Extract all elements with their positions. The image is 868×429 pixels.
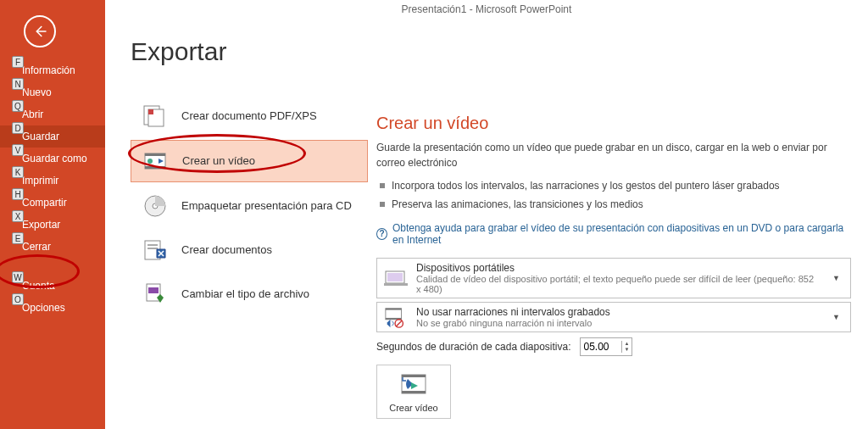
export-option-label: Cambiar el tipo de archivo: [181, 287, 309, 302]
keytip: Q: [12, 100, 24, 112]
panel-description: Guarde la presentación como un vídeo que…: [376, 140, 843, 170]
create-video-button-label: Crear vídeo: [389, 403, 437, 413]
export-options-column: Exportar Crear documento PDF/XPS Crear u…: [105, 20, 372, 429]
help-icon: ?: [376, 228, 387, 240]
keytip: X: [12, 210, 24, 222]
export-option-label: Crear un vídeo: [182, 154, 255, 169]
bullet-item: Preserva las animaciones, las transicion…: [376, 196, 851, 214]
narration-dropdown[interactable]: No usar narraciones ni intervalos grabad…: [376, 302, 851, 332]
create-video-panel: Crear un vídeo Guarde la presentación co…: [372, 20, 868, 429]
keytip: N: [12, 78, 24, 90]
chevron-down-icon: ▼: [829, 274, 843, 282]
help-link[interactable]: Obtenga ayuda para grabar el vídeo de su…: [392, 222, 851, 246]
sidebar-item-label: Nuevo: [22, 86, 52, 98]
bullet-item: Incorpora todos los intervalos, las narr…: [376, 177, 851, 196]
export-options-list: Crear documento PDF/XPS Crear un vídeo: [131, 96, 372, 315]
back-button[interactable]: [24, 15, 56, 47]
backstage-sidebar: F Información N Nuevo Q Abrir D Guardar …: [0, 0, 105, 429]
no-narration-icon: [384, 306, 408, 328]
sidebar-item-label: Cerrar: [22, 241, 51, 253]
chevron-down-icon: ▼: [829, 313, 843, 321]
sidebar-item-opciones[interactable]: O Opciones: [0, 297, 105, 319]
create-video-icon: [399, 372, 428, 398]
change-filetype-icon: [142, 282, 168, 306]
sidebar-item-label: Cuenta: [22, 280, 55, 292]
quality-dropdown[interactable]: Dispositivos portátiles Calidad de vídeo…: [376, 258, 851, 298]
sidebar-item-label: Información: [22, 64, 75, 76]
export-option-crear-documentos[interactable]: Crear documentos: [131, 230, 368, 270]
sidebar-item-label: Compartir: [22, 197, 67, 209]
documents-icon: [142, 238, 168, 262]
export-option-pdf-xps[interactable]: Crear documento PDF/XPS: [131, 96, 368, 136]
sidebar-item-label: Guardar como: [22, 153, 87, 164]
svg-rect-3: [145, 153, 165, 156]
sidebar-item-label: Exportar: [22, 219, 60, 231]
svg-rect-15: [384, 283, 408, 286]
sidebar-item-label: Opciones: [22, 302, 65, 314]
keytip: O: [12, 293, 24, 305]
export-option-label: Empaquetar presentación para CD: [181, 199, 352, 214]
export-option-cambiar-tipo[interactable]: Cambiar el tipo de archivo: [131, 274, 368, 315]
sidebar-item-label: Imprimir: [22, 175, 58, 187]
duration-input[interactable]: [581, 338, 621, 355]
svg-rect-10: [147, 248, 158, 249]
export-option-label: Crear documento PDF/XPS: [181, 109, 317, 124]
svg-rect-17: [386, 309, 402, 310]
video-icon: [143, 149, 169, 173]
dropdown-subtitle: No se grabó ninguna narración ni interva…: [416, 318, 821, 328]
dropdown-subtitle: Calidad de vídeo del dispositivo portáti…: [416, 274, 821, 294]
create-video-button[interactable]: Crear vídeo: [376, 365, 451, 419]
cd-icon: [142, 194, 168, 218]
export-option-crear-video[interactable]: Crear un vídeo: [131, 140, 368, 182]
svg-rect-14: [387, 273, 403, 281]
help-row: ? Obtenga ayuda para grabar el vídeo de …: [376, 222, 851, 246]
keytip: F: [12, 56, 24, 68]
sidebar-item-label: Abrir: [22, 109, 43, 120]
duration-spinner[interactable]: ▲ ▼: [580, 337, 633, 356]
duration-label: Segundos de duración de cada diapositiva…: [376, 341, 571, 353]
page-title: Exportar: [131, 37, 372, 66]
export-option-label: Crear documentos: [181, 243, 272, 258]
main-area: Presentación1 - Microsoft PowerPoint Exp…: [105, 0, 868, 429]
svg-point-5: [147, 159, 153, 164]
keytip: E: [12, 232, 24, 244]
spinner-up-icon[interactable]: ▲: [622, 341, 632, 347]
panel-title: Crear un vídeo: [376, 114, 851, 133]
svg-rect-12: [148, 287, 159, 293]
pdf-xps-icon: [142, 104, 168, 128]
keytip: V: [12, 144, 24, 156]
arrow-left-icon: [32, 24, 47, 39]
keytip: D: [12, 122, 24, 134]
dropdown-title: No usar narraciones ni intervalos grabad…: [416, 306, 821, 318]
dropdown-title: Dispositivos portátiles: [416, 262, 821, 274]
svg-rect-22: [402, 375, 426, 377]
feature-bullets: Incorpora todos los intervalos, las narr…: [376, 177, 851, 214]
svg-line-20: [396, 320, 402, 326]
export-option-empaquetar-cd[interactable]: Empaquetar presentación para CD: [131, 186, 368, 226]
app-root: F Información N Nuevo Q Abrir D Guardar …: [0, 0, 868, 429]
keytip: K: [12, 166, 24, 178]
sidebar-items: F Información N Nuevo Q Abrir D Guardar …: [0, 59, 105, 319]
keytip: W: [12, 271, 24, 283]
svg-rect-4: [145, 166, 165, 169]
svg-rect-23: [402, 391, 426, 393]
window-title: Presentación1 - Microsoft PowerPoint: [105, 0, 868, 20]
content: Exportar Crear documento PDF/XPS Crear u…: [105, 20, 868, 429]
keytip: H: [12, 188, 24, 200]
duration-row: Segundos de duración de cada diapositiva…: [376, 337, 851, 356]
svg-rect-16: [386, 309, 402, 320]
svg-rect-9: [147, 244, 158, 246]
device-icon: [384, 267, 408, 289]
spinner-down-icon[interactable]: ▼: [622, 347, 632, 353]
sidebar-item-label: Guardar: [22, 131, 59, 142]
sidebar-item-cerrar[interactable]: E Cerrar: [0, 236, 105, 258]
